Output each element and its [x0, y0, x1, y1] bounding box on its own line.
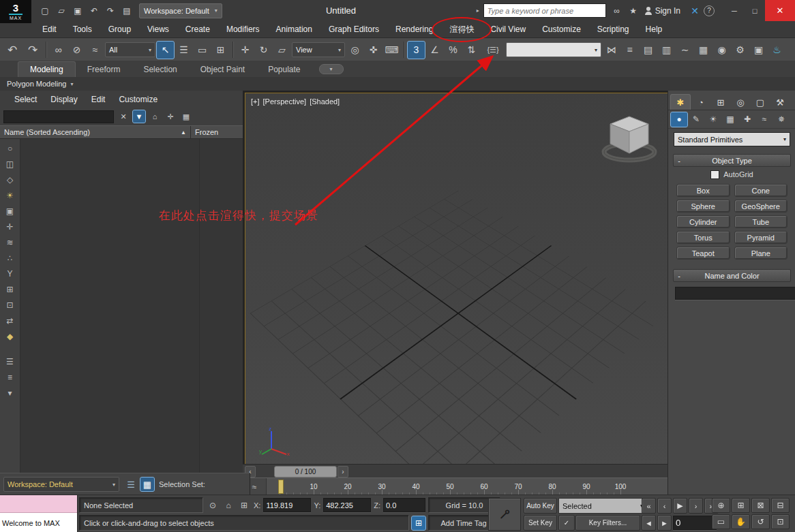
project-folder-icon[interactable]: ▤ [120, 4, 134, 18]
set-key-button[interactable]: Set Key [524, 515, 557, 531]
menu-item[interactable]: Graph Editors [320, 21, 387, 37]
help-search-input[interactable] [484, 5, 605, 16]
undo-icon[interactable]: ↶ [87, 4, 101, 18]
next-key-button[interactable]: ► [657, 515, 672, 531]
chevron-right-icon[interactable]: ▸ [477, 7, 479, 14]
object-type-button[interactable]: Sphere [676, 200, 730, 213]
explorer-menu-item[interactable]: Customize [112, 95, 164, 104]
sort-alpha-icon[interactable]: ▾ [3, 386, 18, 401]
ribbon-config-button[interactable]: ▾ [319, 64, 344, 74]
isolate-selection-icon[interactable]: ⊙ [206, 499, 220, 512]
undo-icon[interactable]: ↶ [3, 42, 22, 59]
maximize-viewport-icon[interactable]: ⊡ [771, 514, 790, 529]
snap-toggle-icon[interactable]: 3 [408, 42, 425, 59]
menu-item[interactable]: Scripting [589, 21, 638, 37]
display-helpers-icon[interactable]: ✛ [3, 219, 18, 234]
object-type-button[interactable]: Pyramid [734, 231, 788, 244]
object-type-rollout[interactable]: - Object Type [673, 154, 791, 167]
time-slider-handle[interactable]: 0 / 100 [274, 466, 337, 478]
explorer-search-input[interactable] [3, 110, 114, 123]
viewport-menu-shading[interactable]: [Shaded] [310, 97, 340, 106]
lock-explorer-icon[interactable]: ⌂ [149, 110, 161, 123]
object-type-button[interactable]: Torus [676, 231, 730, 244]
percent-snap-icon[interactable]: % [445, 42, 462, 59]
minimize-button[interactable]: ─ [724, 0, 745, 21]
ribbon-tab[interactable]: Freeform [76, 62, 132, 77]
timeline-ruler[interactable]: ≈ 102030405060708090100 [243, 478, 668, 496]
autogrid-checkbox[interactable] [710, 170, 719, 179]
menu-item[interactable]: Modifiers [218, 21, 268, 37]
window-crossing-icon[interactable]: ⊞ [212, 42, 229, 59]
motion-tab[interactable]: ◎ [731, 95, 750, 110]
display-containers-icon[interactable]: ⊞ [3, 282, 18, 297]
menu-item[interactable]: Edit [34, 21, 65, 37]
object-type-button[interactable]: Teapot [676, 247, 730, 260]
render-setup-icon[interactable]: ⚙ [732, 42, 749, 59]
name-and-color-rollout[interactable]: - Name and Color [673, 269, 791, 282]
sort-layer-icon[interactable]: ≡ [3, 370, 18, 385]
display-groups-icon[interactable]: ⊡ [3, 298, 18, 313]
keyboard-override-icon[interactable]: ⌨ [383, 42, 400, 59]
object-type-button[interactable]: Cone [734, 184, 788, 197]
menu-item[interactable]: Help [638, 21, 671, 37]
spacewarps-category-icon[interactable]: ≈ [756, 112, 772, 127]
select-by-name-icon[interactable]: ☰ [175, 42, 192, 59]
clear-search-icon[interactable]: ✕ [117, 110, 130, 123]
select-object-icon[interactable]: ↖ [157, 42, 174, 59]
filter-icon[interactable]: ▼ [133, 110, 145, 123]
absolute-offset-icon[interactable]: ⊞ [237, 499, 251, 512]
utilities-tab[interactable]: ⚒ [770, 95, 790, 110]
key-tangents-button[interactable]: ✓ [558, 515, 575, 531]
selection-status-field[interactable]: None Selected [79, 497, 203, 513]
next-frame-button[interactable]: › [689, 498, 703, 514]
material-editor-icon[interactable]: ◉ [713, 42, 730, 59]
current-frame-input[interactable] [673, 516, 717, 530]
pan-icon[interactable]: ✋ [732, 514, 750, 529]
viewcube[interactable] [598, 111, 661, 167]
display-particles-icon[interactable]: ∴ [3, 251, 18, 266]
selection-region-icon[interactable]: ▭ [194, 42, 211, 59]
select-and-scale-icon[interactable]: ▱ [273, 42, 290, 59]
use-pivot-center-icon[interactable]: ◎ [346, 42, 363, 59]
select-and-link-icon[interactable]: ∞ [50, 42, 67, 59]
bind-to-spacewarp-icon[interactable]: ≈ [87, 42, 104, 59]
menu-item[interactable]: Customize [534, 21, 589, 37]
geometry-category-icon[interactable]: ● [671, 112, 687, 127]
y-coordinate-input[interactable] [323, 498, 371, 512]
zoom-all-icon[interactable]: ⊞ [732, 498, 750, 513]
object-type-button[interactable]: GeoSphere [734, 200, 788, 213]
signin-button[interactable]: Sign In [644, 6, 680, 16]
reference-coordinate-dropdown[interactable]: View ▾ [292, 42, 345, 57]
time-tag-icon[interactable]: ⊞ [412, 516, 425, 530]
macro-recorder-row[interactable] [0, 495, 77, 513]
display-materials-icon[interactable]: ◆ [3, 329, 18, 344]
name-column-header[interactable]: Name (Sorted Ascending) ▲ [0, 126, 190, 138]
display-bones-icon[interactable]: Y [3, 266, 18, 281]
explorer-menu-item[interactable]: Select [8, 95, 43, 104]
orbit-icon[interactable]: ↺ [751, 514, 770, 529]
menu-item[interactable]: Views [139, 21, 177, 37]
pick-parent-icon[interactable]: ✛ [164, 110, 177, 123]
display-tab[interactable]: ▢ [751, 95, 770, 110]
create-tab[interactable]: ✱ [670, 94, 691, 110]
spinner-snap-icon[interactable]: ⇅ [463, 42, 480, 59]
mirror-icon[interactable]: ⋈ [603, 42, 620, 59]
menu-item[interactable]: Tools [65, 21, 100, 37]
align-icon[interactable]: ≡ [621, 42, 638, 59]
explorer-menu-item[interactable]: Display [44, 95, 83, 104]
explorer-settings-icon[interactable]: ▦ [180, 110, 192, 123]
display-lights-icon[interactable]: ☀ [3, 188, 18, 203]
select-and-rotate-icon[interactable]: ↻ [255, 42, 272, 59]
menu-item[interactable]: Create [177, 21, 218, 37]
help-icon[interactable]: ? [704, 5, 715, 16]
save-file-icon[interactable]: ▣ [71, 4, 85, 18]
redo-icon[interactable]: ↷ [23, 42, 42, 59]
menu-item[interactable]: Group [100, 21, 139, 37]
unlink-selection-icon[interactable]: ⊘ [68, 42, 85, 59]
explorer-menu-item[interactable]: Edit [85, 95, 112, 104]
primitive-category-dropdown[interactable]: Standard Primitives ▾ [674, 132, 790, 146]
display-xrefs-icon[interactable]: ⇄ [3, 313, 18, 328]
favorites-star-icon[interactable]: ★ [627, 4, 640, 18]
systems-category-icon[interactable]: ✵ [773, 112, 790, 127]
redo-icon[interactable]: ↷ [104, 4, 117, 18]
